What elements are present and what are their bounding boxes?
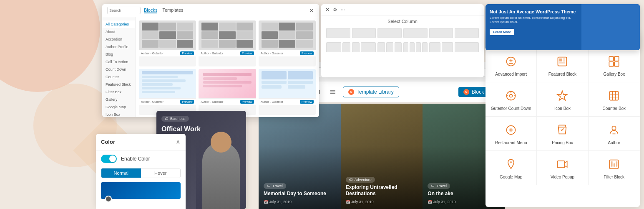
modal-tab-blocks[interactable]: Blocks: [144, 8, 157, 13]
sidebar-item-all[interactable]: All Categories: [102, 20, 135, 28]
panel-item-advanced-import[interactable]: Advanced Import: [486, 48, 537, 82]
column-select-popup: ✕ ⚙ ··· Select Column: [321, 4, 484, 77]
panel-item-author[interactable]: Author: [589, 117, 640, 151]
sidebar-item-countdown[interactable]: Count Down: [102, 66, 135, 73]
template-card: Author - Gutentor Preview: [139, 69, 196, 115]
panel-item-video-popup[interactable]: Video Popup: [537, 151, 588, 185]
template-card-footer: Author - Gutentor Preview: [139, 98, 196, 105]
sidebar-item-featured[interactable]: Featured Block: [102, 81, 135, 88]
sidebar-item-filter[interactable]: Filter Box: [102, 88, 135, 96]
template-preview-btn[interactable]: Preview: [240, 51, 254, 55]
svg-rect-6: [559, 62, 565, 63]
template-lib-gutentor-icon: G: [348, 89, 354, 95]
modal-close-btn[interactable]: ✕: [309, 7, 314, 14]
panel-item-filter-block[interactable]: Filter Block: [589, 151, 640, 185]
tag-icon: 🏷: [267, 184, 271, 188]
close-icon[interactable]: ✕: [325, 7, 330, 13]
modal-tab-templates[interactable]: Templates: [162, 8, 183, 13]
person-photo: [196, 134, 246, 209]
svg-rect-10: [614, 62, 619, 66]
svg-rect-5: [564, 61, 566, 61]
sidebar-item-gallery[interactable]: Gallery: [102, 96, 135, 103]
template-author-label: Author - Gutentor: [141, 100, 164, 103]
restaurant-menu-icon: [504, 123, 518, 137]
column-option-2[interactable]: [352, 28, 376, 38]
column-option-12[interactable]: [455, 42, 479, 52]
count-down-icon: [504, 89, 518, 102]
column-grid-row2: [321, 41, 484, 54]
blog-card-2-category: 🏷 Adventure: [346, 177, 375, 183]
blog-card-1-date: 📅 July 31, 2019: [264, 200, 336, 204]
panel-item-counter-box[interactable]: Counter Box: [589, 82, 640, 117]
svg-rect-9: [609, 62, 614, 66]
svg-rect-30: [611, 162, 613, 167]
column-option-1[interactable]: [326, 28, 350, 38]
column-option-4[interactable]: [403, 28, 428, 38]
column-option-3[interactable]: [377, 28, 402, 38]
color-tab-hover[interactable]: Hover: [141, 168, 181, 178]
panel-item-gallery-box[interactable]: Gallery Box: [589, 48, 640, 82]
column-option-7[interactable]: [326, 42, 350, 52]
wp-theme-card: Not Just An Average WordPress Theme Lore…: [486, 4, 640, 50]
wp-theme-learn-more-btn[interactable]: Learn More: [490, 29, 514, 35]
column-select-header: ✕ ⚙ ···: [321, 4, 484, 15]
blog-card-3-category: 🏷 Travel: [428, 183, 450, 189]
color-tab-normal[interactable]: Normal: [101, 168, 141, 178]
column-grid-row1: [321, 25, 484, 41]
sidebar-item-about[interactable]: About: [102, 28, 135, 36]
color-picker-handle[interactable]: [105, 196, 112, 202]
column-option-8[interactable]: [352, 42, 376, 52]
person-head: [211, 132, 231, 153]
svg-point-27: [510, 161, 512, 163]
panel-item-restaurant-menu[interactable]: Restaurant Menu: [486, 117, 537, 151]
panel-grid: Advanced Import Featured Block Gallery B…: [486, 48, 640, 185]
enable-color-toggle[interactable]: [101, 155, 117, 163]
svg-rect-31: [614, 163, 615, 167]
color-preview-box: [101, 182, 181, 199]
column-option-9[interactable]: [377, 42, 402, 52]
video-popup-icon: [556, 158, 569, 171]
panel-item-featured-block[interactable]: Featured Block: [537, 48, 588, 82]
panel-item-pricing-box[interactable]: Pricing Box: [537, 117, 588, 151]
template-preview-btn[interactable]: Preview: [180, 100, 194, 104]
column-option-11[interactable]: [429, 42, 453, 52]
sidebar-item-accordion[interactable]: Accordion: [102, 36, 135, 43]
column-option-10[interactable]: [403, 42, 428, 52]
template-card-footer: Author - Gutentor Preview: [199, 50, 256, 56]
icon-box-label: Icon Box: [554, 106, 571, 111]
column-select-title: Select Column: [321, 15, 484, 25]
panel-item-gutentor-count-down[interactable]: Gutentor Count Down: [486, 82, 537, 117]
block-temp-gutentor-icon: G: [463, 89, 469, 95]
sidebar-item-author[interactable]: Author Profile: [102, 43, 135, 51]
panel-item-icon-box[interactable]: Icon Box: [537, 82, 588, 117]
sidebar-item-iconbox[interactable]: Icon Box: [102, 111, 135, 117]
enable-color-row: Enable Color: [101, 155, 181, 163]
settings-icon[interactable]: ⚙: [333, 7, 337, 13]
sidebar-item-counter[interactable]: Counter: [102, 73, 135, 81]
sidebar-item-map[interactable]: Google Map: [102, 103, 135, 111]
blog-card-2-title: Exploring Untravelled Destinations: [346, 184, 418, 197]
color-tabs: Normal Hover: [101, 168, 181, 178]
svg-rect-8: [614, 56, 619, 61]
modal-search-input[interactable]: [107, 7, 141, 14]
template-card-footer: Author - Gutentor Preview: [139, 50, 196, 56]
template-preview-btn[interactable]: Preview: [240, 100, 254, 104]
featured-block-icon: [556, 55, 569, 68]
svg-rect-17: [610, 92, 619, 100]
template-preview-btn[interactable]: Preview: [300, 100, 314, 104]
wp-theme-preview: [581, 4, 640, 50]
template-preview-btn[interactable]: Preview: [300, 51, 314, 55]
menu-btn[interactable]: [327, 86, 339, 98]
template-card-image: [259, 69, 316, 98]
template-library-btn[interactable]: G Template Library: [343, 87, 399, 97]
more-icon[interactable]: ···: [341, 7, 345, 13]
panel-item-google-map[interactable]: Google Map: [486, 151, 537, 185]
sidebar-item-cta[interactable]: Call To Action: [102, 58, 135, 66]
column-option-6[interactable]: [455, 28, 479, 38]
author-icon: [607, 123, 621, 137]
template-preview-btn[interactable]: Preview: [180, 51, 194, 55]
template-card-image: [139, 69, 196, 98]
sidebar-item-blog[interactable]: Blog: [102, 51, 135, 58]
column-option-5[interactable]: [429, 28, 453, 38]
color-panel-close-btn[interactable]: ∧: [176, 138, 181, 146]
